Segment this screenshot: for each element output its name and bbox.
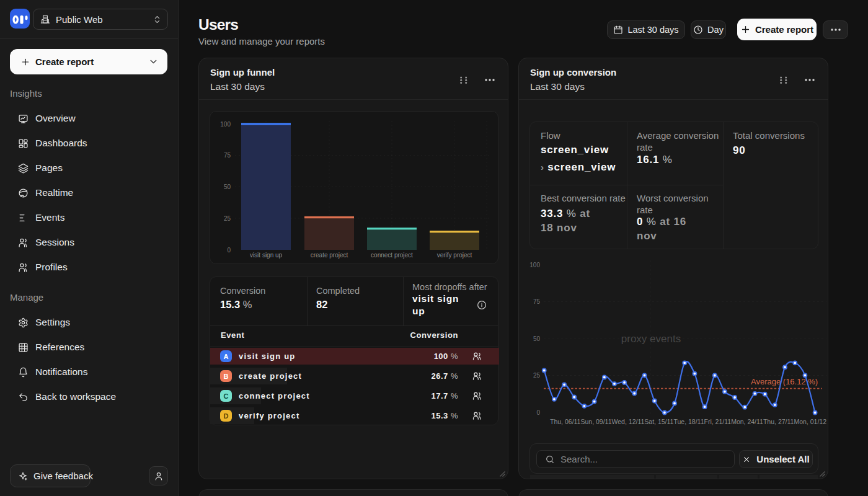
svg-text:100: 100 (529, 262, 540, 268)
svg-text:100: 100 (220, 121, 231, 128)
svg-text:Thu, 06/11Sun, 09/11Wed, 12/11: Thu, 06/11Sun, 09/11Wed, 12/11Sat, 15/11… (550, 418, 826, 425)
svg-text:proxy events: proxy events (621, 333, 681, 345)
svg-text:verify project: verify project (437, 252, 472, 259)
svg-text:0: 0 (227, 247, 231, 254)
svg-text:25: 25 (533, 372, 541, 379)
svg-text:25: 25 (224, 215, 231, 222)
svg-text:connect project: connect project (371, 252, 413, 259)
svg-text:75: 75 (533, 298, 541, 305)
svg-text:50: 50 (224, 184, 231, 190)
svg-text:50: 50 (533, 335, 541, 342)
svg-text:create project: create project (311, 252, 348, 259)
svg-text:visit sign up: visit sign up (250, 252, 283, 259)
svg-text:75: 75 (224, 152, 231, 159)
svg-text:0: 0 (536, 409, 540, 416)
